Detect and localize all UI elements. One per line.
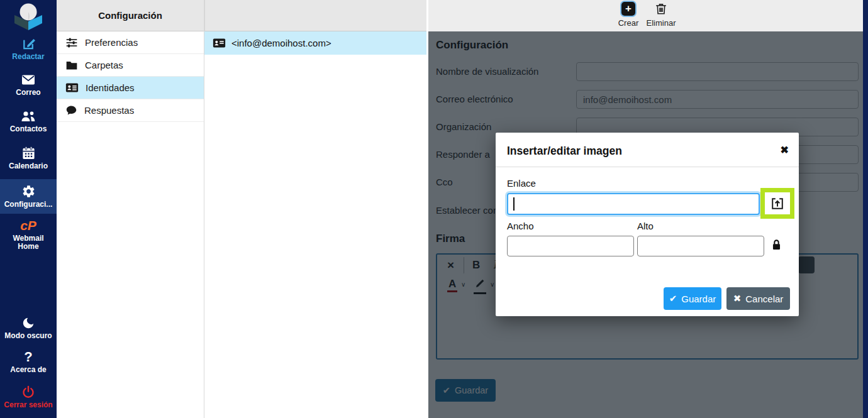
compose-icon: [21, 36, 36, 51]
settings-nav-header: Configuración: [57, 0, 204, 31]
nav-item-label: Identidades: [86, 82, 135, 93]
moon-icon: [21, 316, 35, 330]
calendar-icon: [21, 146, 36, 160]
app-sidebar: Redactar Correo Contactos: [0, 0, 57, 418]
nav-item-identities[interactable]: Identidades: [57, 77, 204, 99]
sidebar-item-calendar[interactable]: Calendario: [0, 146, 57, 170]
nav-item-preferences[interactable]: Preferencias: [57, 31, 204, 54]
window-edge: [863, 0, 868, 418]
dialog-header: Insertar/editar imagen ✖: [496, 133, 799, 167]
sidebar-item-label: Acerca de: [10, 366, 46, 374]
create-button[interactable]: + Crear: [610, 2, 647, 28]
nav-item-folders[interactable]: Carpetas: [57, 54, 204, 77]
plus-square-icon: +: [621, 2, 635, 16]
sliders-icon: [65, 37, 78, 48]
webmail-settings-window: Redactar Correo Contactos: [0, 0, 868, 418]
speech-bubble-icon: [65, 105, 77, 116]
sidebar-item-logout[interactable]: Cerrar sesión: [0, 385, 57, 409]
sidebar-item-label: Webmail Home: [5, 234, 52, 251]
delete-button[interactable]: Eliminar: [643, 2, 679, 28]
identity-list-item[interactable]: <info@demoihost.com>: [204, 31, 426, 55]
settings-nav-title: Configuración: [98, 10, 162, 21]
dialog-save-button[interactable]: ✔ Guardar: [664, 287, 721, 310]
sidebar-item-dark-mode[interactable]: Modo oscuro: [0, 316, 57, 340]
sidebar-item-label: Cerrar sesión: [4, 401, 52, 409]
sidebar-item-compose[interactable]: Redactar: [0, 36, 57, 61]
contacts-icon: [20, 109, 36, 123]
upload-image-icon: [771, 197, 784, 211]
sidebar-item-label: Modo oscuro: [4, 332, 52, 340]
height-label: Alto: [637, 221, 654, 231]
power-icon: [21, 385, 35, 399]
link-label: Enlace: [507, 178, 536, 189]
sidebar-item-webmail-home[interactable]: cP Webmail Home: [5, 219, 52, 251]
sidebar-item-settings[interactable]: Configuraci...: [0, 179, 57, 214]
envelope-icon: [21, 73, 36, 87]
id-card-icon: [213, 38, 226, 48]
dialog-cancel-button[interactable]: ✖ Cancelar: [726, 287, 790, 310]
delete-button-label: Eliminar: [647, 18, 676, 28]
sidebar-item-label: Correo: [16, 89, 40, 97]
dialog-cancel-label: Cancelar: [745, 294, 783, 304]
sidebar-item-contacts[interactable]: Contactos: [0, 109, 57, 133]
gear-icon: [21, 184, 36, 199]
sidebar-item-mail[interactable]: Correo: [0, 73, 57, 97]
sidebar-item-about[interactable]: ? Acerca de: [0, 350, 57, 374]
content-toolbar: + Crear Eliminar: [428, 0, 863, 31]
identity-list-label: <info@demoihost.com>: [231, 38, 331, 48]
cpanel-logo-icon: cP: [20, 219, 36, 233]
nav-item-label: Respuestas: [84, 105, 134, 116]
identities-list-header: [204, 0, 426, 31]
trash-icon: [654, 2, 668, 16]
lock-ratio-icon[interactable]: [771, 238, 782, 254]
sidebar-item-label: Contactos: [10, 125, 47, 133]
browse-image-button-highlighted[interactable]: [760, 188, 794, 219]
sidebar-item-label: Configuraci...: [4, 201, 53, 209]
nav-item-responses[interactable]: Respuestas: [57, 99, 204, 122]
width-label: Ancho: [507, 221, 534, 231]
identities-list-panel: <info@demoihost.com>: [204, 0, 428, 418]
settings-nav-panel: Configuración Preferencias Carpetas: [57, 0, 204, 418]
x-icon: ✖: [733, 293, 742, 304]
link-input[interactable]: [507, 193, 760, 215]
text-cursor: [513, 197, 515, 211]
create-button-label: Crear: [618, 18, 639, 28]
check-icon: ✔: [669, 293, 677, 304]
sidebar-item-label: Redactar: [12, 53, 44, 61]
height-input[interactable]: [637, 236, 764, 256]
sidebar-item-label: Calendario: [9, 162, 48, 170]
roundcube-logo-icon: [9, 1, 47, 33]
nav-item-label: Preferencias: [85, 37, 138, 48]
dialog-close-button[interactable]: ✖: [781, 144, 789, 156]
folder-icon: [65, 60, 78, 70]
width-input[interactable]: [507, 236, 634, 256]
nav-item-label: Carpetas: [85, 60, 123, 70]
insert-image-dialog: Insertar/editar imagen ✖ Enlace Ancho Al…: [496, 133, 799, 316]
question-icon: ?: [24, 350, 32, 364]
dialog-title: Insertar/editar imagen: [507, 145, 622, 158]
dialog-save-label: Guardar: [681, 294, 716, 304]
id-card-icon: [65, 82, 79, 93]
